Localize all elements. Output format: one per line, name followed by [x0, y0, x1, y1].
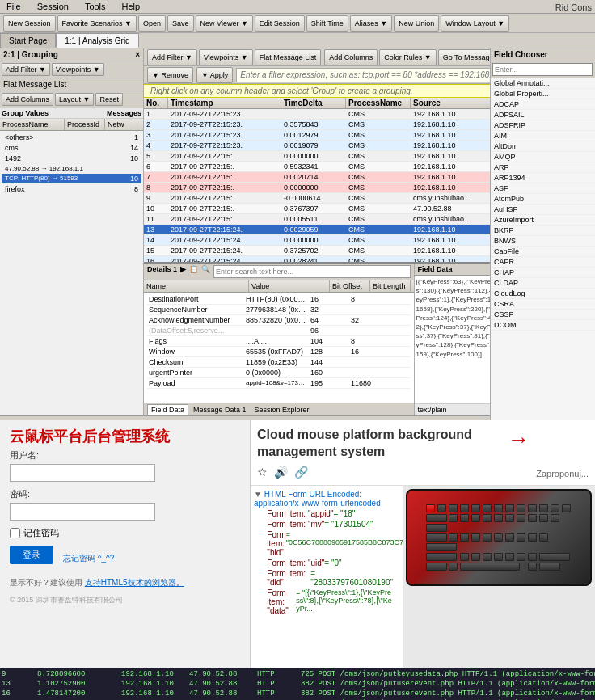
menu-tools[interactable]: Tools	[82, 0, 109, 13]
new-session-button[interactable]: New Session	[3, 15, 56, 32]
fc-item[interactable]: DCOM	[491, 320, 595, 331]
group-values-header: Group Values	[2, 109, 49, 117]
details-row[interactable]: (DataOffset:5,reserve...96	[147, 326, 411, 336]
add-filter-btn2[interactable]: Add Filter ▼	[147, 49, 197, 65]
fc-item[interactable]: ADSFRIP	[491, 120, 595, 131]
apply-btn[interactable]: ▼ Apply	[196, 67, 233, 83]
field-data-tab[interactable]: Field Data	[147, 404, 188, 415]
fc-item[interactable]: AuHSP	[491, 205, 595, 215]
tab-start-page[interactable]: Start Page	[0, 33, 56, 48]
details-row[interactable]: Window65535 (0xFFAD7)12816	[147, 347, 411, 357]
translation-content: Cloud mouse platform background manageme…	[257, 427, 500, 479]
favorite-scenarios-button[interactable]: Favorite Scenarios ▼	[57, 15, 137, 32]
col-no: No.	[144, 98, 168, 108]
details-row[interactable]: AcknowledgmentNumber885732820 (0x0006...…	[147, 315, 411, 326]
group-table-header: Group Values Messages	[0, 108, 143, 119]
share-icon[interactable]: 🔗	[294, 466, 308, 479]
remember-checkbox[interactable]	[10, 528, 20, 538]
fc-item[interactable]: Global Annotati...	[491, 78, 595, 89]
group-item-cms[interactable]: cms14	[2, 143, 141, 154]
add-filter-button[interactable]: Add Filter ▼	[2, 63, 50, 76]
group-item-ip[interactable]: 47.90.52.88 → 192.168.1.1	[2, 164, 141, 174]
fc-item[interactable]: BNWS	[491, 236, 595, 247]
star-icon[interactable]: ☆	[257, 466, 268, 479]
col-source: Source	[411, 98, 492, 108]
fc-item[interactable]: CHAP	[491, 268, 595, 278]
details-content: DestinationPortHTTP(80) (0x0050)168 Sequ…	[144, 293, 414, 403]
menu-help[interactable]: Help	[119, 0, 144, 13]
fc-item[interactable]: CLDAP	[491, 278, 595, 289]
details-icon2[interactable]: 📋	[189, 265, 198, 278]
remember-label: 记住密码	[23, 527, 59, 539]
details-row[interactable]: Flags....A....1048	[147, 336, 411, 347]
fc-item[interactable]: AMQP	[491, 152, 595, 162]
fc-item[interactable]: ADFSAIL	[491, 110, 595, 120]
group-item-tcp[interactable]: TCP: HTTP(80) → 5159310	[2, 174, 141, 184]
edit-session-button[interactable]: Edit Session	[255, 15, 305, 32]
open-button[interactable]: Open	[138, 15, 166, 32]
add-columns-button[interactable]: Add Columns	[2, 93, 53, 106]
fc-item[interactable]: AtomPub	[491, 194, 595, 205]
http-data-area: ▼ HTML Form URL Encoded: application/x-w…	[251, 486, 595, 668]
details-row[interactable]: urgentPointer0 (0x0000)160	[147, 368, 411, 378]
save-button[interactable]: Save	[167, 15, 194, 32]
field-chooser-input[interactable]	[492, 63, 593, 76]
flat-msg-btn2[interactable]: Flat Message List	[255, 49, 322, 65]
fc-item[interactable]: Global Properti...	[491, 89, 595, 99]
password-input[interactable]	[10, 503, 155, 521]
tab-analysis-grid[interactable]: 1:1 | Analysis Grid	[56, 33, 138, 48]
fc-item[interactable]: CAPR	[491, 257, 595, 268]
details-icon1[interactable]: ▶	[180, 265, 186, 278]
group-item-others[interactable]: <others>1	[2, 133, 141, 143]
details-row[interactable]: Payloadappid=108&v=17301504...19511680	[147, 378, 411, 389]
details-icon3[interactable]: 🔍	[201, 265, 210, 278]
forgot-password-link[interactable]: 忘记密码 ^_^?	[63, 553, 114, 564]
fc-item[interactable]: ASF	[491, 183, 595, 194]
window-layout-button[interactable]: Window Layout ▼	[441, 15, 509, 32]
viewpoints-btn2[interactable]: Viewpoints ▼	[199, 49, 253, 65]
details-row[interactable]: Checksum11859 (0x2E33)144	[147, 357, 411, 368]
details-row[interactable]: SequenceNumber2779638148 (0xA54CAC8C)32	[147, 305, 411, 315]
field-chooser-title: Field Chooser	[491, 48, 595, 61]
sound-icon[interactable]: 🔊	[274, 466, 288, 479]
username-input[interactable]	[10, 464, 155, 482]
new-viewer-button[interactable]: New Viewer ▼	[196, 15, 253, 32]
new-union-button[interactable]: New Union	[394, 15, 439, 32]
menu-session[interactable]: Session	[34, 0, 72, 13]
html5-link[interactable]: 支持HTML5技术的浏览器。	[85, 578, 184, 587]
fc-item[interactable]: ARP1394	[491, 173, 595, 183]
fc-item[interactable]: ADCAP	[491, 99, 595, 110]
details-row[interactable]: DestinationPortHTTP(80) (0x0050)168	[147, 294, 411, 305]
fc-item[interactable]: AIM	[491, 131, 595, 141]
group-item-firefox[interactable]: firefox8	[2, 184, 141, 195]
fc-item[interactable]: AzureImport	[491, 215, 595, 226]
fc-item[interactable]: CapFile	[491, 247, 595, 257]
field-chooser-search	[491, 61, 595, 78]
fc-item[interactable]: CSRA	[491, 299, 595, 310]
login-button[interactable]: 登录	[10, 546, 53, 564]
color-rules-btn[interactable]: Color Rules ▼	[379, 49, 436, 65]
fc-item[interactable]: AltDom	[491, 141, 595, 152]
fc-item[interactable]: CSSP	[491, 310, 595, 320]
filter-input[interactable]	[236, 68, 506, 82]
grouping-panel: 2:1 | Grouping × Add Filter ▼ Viewpoints…	[0, 48, 144, 415]
remove-btn[interactable]: ▼ Remove	[147, 67, 193, 83]
add-columns-btn2[interactable]: Add Columns	[324, 49, 378, 65]
viewpoints-button[interactable]: Viewpoints ▼	[52, 63, 104, 76]
message-data-tab[interactable]: Message Data 1	[190, 405, 250, 415]
details-search[interactable]	[213, 265, 411, 278]
field-chooser-list: Global Annotati... Global Properti... AD…	[491, 78, 595, 331]
menu-file[interactable]: File	[3, 0, 24, 13]
layout-button[interactable]: Layout ▼	[55, 93, 94, 106]
fc-item[interactable]: ARP	[491, 162, 595, 173]
grouping-close-button[interactable]: ×	[135, 50, 140, 59]
session-explorer-tab[interactable]: Session Explorer	[251, 405, 313, 415]
reset-button[interactable]: Reset	[95, 93, 123, 106]
zaproponuj-link[interactable]: Zaproponuj...	[536, 469, 589, 479]
fc-item[interactable]: BKRP	[491, 226, 595, 236]
group-item-1492[interactable]: 149210	[2, 154, 141, 164]
aliases-button[interactable]: Aliases ▼	[350, 15, 392, 32]
fc-item[interactable]: CloudLog	[491, 289, 595, 299]
translation-banner: Cloud mouse platform background manageme…	[251, 420, 595, 486]
shift-time-button[interactable]: Shift Time	[306, 15, 348, 32]
